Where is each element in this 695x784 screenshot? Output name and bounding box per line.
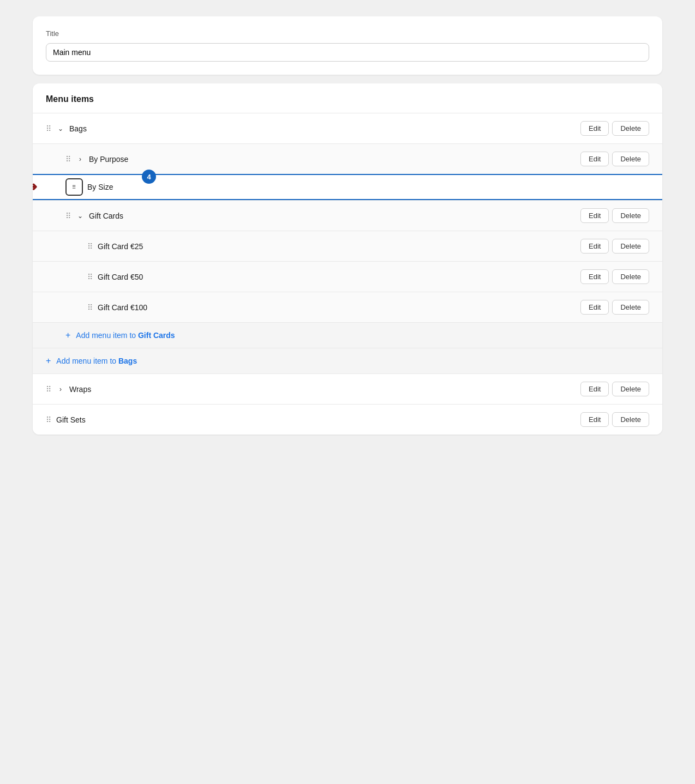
chevron-by-purpose[interactable]: › — [76, 155, 85, 163]
menu-row-gift-sets: ⠿ Gift Sets Edit Delete — [33, 404, 662, 435]
gift-card-25-edit-button[interactable]: Edit — [580, 239, 609, 254]
add-menu-item-gift-cards-row[interactable]: + Add menu item to Gift Cards — [33, 322, 662, 348]
bags-label: Bags — [69, 124, 576, 133]
gift-sets-delete-button[interactable]: Delete — [612, 412, 649, 427]
bags-delete-button[interactable]: Delete — [612, 121, 649, 136]
gift-card-100-label: Gift Card €100 — [98, 303, 576, 312]
by-purpose-actions: Edit Delete — [580, 152, 649, 166]
add-gift-cards-label: Add menu item to Gift Cards — [76, 331, 175, 340]
drag-badge: 4 — [142, 170, 156, 184]
gift-card-100-edit-button[interactable]: Edit — [580, 300, 609, 315]
drag-handle-box-by-size[interactable]: ⠿ — [65, 178, 83, 196]
drag-handle-wraps[interactable]: ⠿ — [46, 385, 52, 394]
drag-handle-by-purpose[interactable]: ⠿ — [65, 155, 71, 164]
menu-row-by-purpose: ⠿ › By Purpose Edit Delete — [33, 143, 662, 174]
gift-cards-actions: Edit Delete — [580, 208, 649, 223]
bags-edit-button[interactable]: Edit — [580, 121, 609, 136]
menu-row-gift-card-25: ⠿ Gift Card €25 Edit Delete — [33, 231, 662, 261]
gift-sets-edit-button[interactable]: Edit — [580, 412, 609, 427]
wraps-delete-button[interactable]: Delete — [612, 382, 649, 396]
gift-card-50-delete-button[interactable]: Delete — [612, 269, 649, 284]
gift-card-25-label: Gift Card €25 — [98, 242, 576, 251]
right-arrow-icon: ➜ — [33, 180, 37, 194]
gift-card-100-actions: Edit Delete — [580, 300, 649, 315]
by-size-label: By Size — [87, 183, 113, 191]
add-bags-bold: Bags — [118, 357, 137, 365]
title-label: Title — [46, 29, 649, 38]
bags-actions: Edit Delete — [580, 121, 649, 136]
drag-arrow-indicator: ➜ — [33, 180, 37, 194]
gift-card-100-delete-button[interactable]: Delete — [612, 300, 649, 315]
menu-row-gift-card-100: ⠿ Gift Card €100 Edit Delete — [33, 292, 662, 322]
menu-row-gift-card-50: ⠿ Gift Card €50 Edit Delete — [33, 261, 662, 292]
by-purpose-label: By Purpose — [89, 155, 576, 164]
gift-cards-delete-button[interactable]: Delete — [612, 208, 649, 223]
gift-card-25-delete-button[interactable]: Delete — [612, 239, 649, 254]
chevron-gift-cards[interactable]: ⌄ — [76, 212, 85, 220]
drag-row-by-size: ➜ ⠿ By Size 4 — [33, 174, 662, 200]
wraps-label: Wraps — [69, 385, 576, 394]
drag-handle-gift-cards[interactable]: ⠿ — [65, 212, 71, 220]
title-input[interactable] — [46, 43, 649, 62]
menu-row-wraps: ⠿ › Wraps Edit Delete — [33, 373, 662, 404]
gift-card-25-actions: Edit Delete — [580, 239, 649, 254]
add-menu-item-bags-row[interactable]: + Add menu item to Bags — [33, 348, 662, 373]
chevron-bags[interactable]: ⌄ — [56, 125, 65, 132]
add-gift-cards-plus-icon: + — [65, 330, 70, 340]
drag-dots-icon: ⠿ — [72, 184, 77, 190]
drag-handle-gift-card-100[interactable]: ⠿ — [87, 303, 93, 312]
gift-card-50-edit-button[interactable]: Edit — [580, 269, 609, 284]
add-bags-label: Add menu item to Bags — [56, 357, 137, 365]
menu-items-heading: Menu items — [33, 94, 662, 113]
gift-sets-actions: Edit Delete — [580, 412, 649, 427]
menu-row-gift-cards: ⠿ ⌄ Gift Cards Edit Delete — [33, 200, 662, 231]
drag-handle-gift-card-25[interactable]: ⠿ — [87, 242, 93, 251]
title-card: Title — [33, 16, 662, 75]
by-purpose-delete-button[interactable]: Delete — [612, 152, 649, 166]
gift-card-50-actions: Edit Delete — [580, 269, 649, 284]
menu-row-bags: ⠿ ⌄ Bags Edit Delete — [33, 113, 662, 143]
by-purpose-edit-button[interactable]: Edit — [580, 152, 609, 166]
drag-handle-bags[interactable]: ⠿ — [46, 124, 52, 133]
gift-card-50-label: Gift Card €50 — [98, 273, 576, 281]
wraps-actions: Edit Delete — [580, 382, 649, 396]
gift-cards-edit-button[interactable]: Edit — [580, 208, 609, 223]
wraps-edit-button[interactable]: Edit — [580, 382, 609, 396]
gift-sets-label: Gift Sets — [56, 415, 576, 424]
add-gift-cards-bold: Gift Cards — [138, 331, 175, 340]
add-gift-cards-prefix: Add menu item to — [76, 331, 138, 340]
add-bags-prefix: Add menu item to — [56, 357, 118, 365]
menu-items-card: Menu items ⠿ ⌄ Bags Edit Delete ⠿ › By P… — [33, 83, 662, 435]
drag-handle-gift-sets[interactable]: ⠿ — [46, 415, 52, 424]
gift-cards-label: Gift Cards — [89, 212, 576, 220]
chevron-wraps[interactable]: › — [56, 385, 65, 393]
drag-handle-gift-card-50[interactable]: ⠿ — [87, 273, 93, 281]
add-bags-plus-icon: + — [46, 356, 51, 366]
